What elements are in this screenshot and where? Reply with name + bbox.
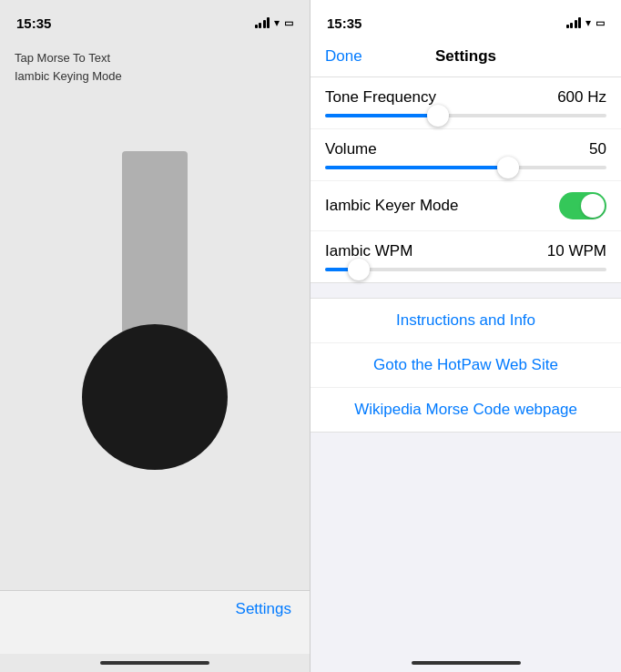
iambic-keyer-label: Iambic Keyer Mode [325, 197, 458, 215]
right-phone: 15:35 ▾ ▭ Done Settings Tone Frequency 6… [310, 0, 621, 672]
battery-icon-left: ▭ [284, 17, 293, 29]
key-knob[interactable] [82, 324, 228, 470]
volume-header: Volume 50 [325, 140, 606, 158]
home-indicator-right [310, 654, 621, 672]
iambic-keyer-toggle[interactable] [559, 192, 606, 219]
status-bar-left: 15:35 ▾ ▭ [0, 0, 310, 40]
time-right: 15:35 [327, 15, 361, 31]
iambic-wpm-label: Iambic WPM [325, 242, 412, 260]
status-icons-right: ▾ ▭ [566, 16, 606, 29]
bottom-bar-left: Settings [0, 590, 310, 654]
iambic-wpm-slider[interactable] [325, 268, 606, 271]
home-indicator-left [0, 654, 310, 672]
volume-row: Volume 50 [310, 129, 621, 181]
volume-value: 50 [589, 140, 606, 158]
tone-frequency-slider[interactable] [325, 114, 606, 117]
settings-title: Settings [435, 47, 496, 66]
instructions-link[interactable]: Instructions and Info [396, 311, 535, 330]
iambic-keyer-mode-row: Iambic Keyer Mode [310, 181, 621, 231]
settings-section-sliders: Tone Frequency 600 Hz Volume 50 [310, 77, 621, 283]
volume-slider[interactable] [325, 166, 606, 169]
status-bar-right: 15:35 ▾ ▭ [310, 0, 621, 40]
toggle-thumb [581, 194, 605, 218]
signal-icon-left [255, 17, 270, 28]
wifi-icon-right: ▾ [585, 16, 591, 29]
left-phone: 15:35 ▾ ▭ Tap Morse To Text Iambic Keyin… [0, 0, 310, 672]
status-icons-left: ▾ ▭ [255, 16, 294, 29]
nav-bar: Done Settings [310, 40, 621, 77]
done-button[interactable]: Done [325, 47, 362, 66]
volume-label: Volume [325, 140, 377, 158]
app-subtitle: Tap Morse To Text Iambic Keying Mode [15, 49, 295, 85]
iambic-wpm-row: Iambic WPM 10 WPM [310, 231, 621, 282]
volume-fill [325, 166, 508, 169]
app-line1: Tap Morse To Text [15, 49, 295, 67]
iambic-keyer-header: Iambic Keyer Mode [325, 192, 606, 219]
signal-icon-right [566, 17, 582, 28]
volume-thumb[interactable] [497, 157, 519, 178]
morse-key-container[interactable] [15, 94, 295, 581]
key-handle[interactable] [122, 151, 188, 333]
left-content: Tap Morse To Text Iambic Keying Mode [0, 40, 310, 590]
time-left: 15:35 [16, 15, 51, 31]
tone-frequency-header: Tone Frequency 600 Hz [325, 88, 606, 107]
tone-frequency-row: Tone Frequency 600 Hz [310, 77, 621, 129]
tone-frequency-label: Tone Frequency [325, 88, 436, 107]
tone-frequency-value: 600 Hz [557, 88, 606, 107]
hotpaw-row[interactable]: Goto the HotPaw Web Site [310, 343, 621, 388]
iambic-wpm-value: 10 WPM [547, 242, 606, 260]
settings-content: Tone Frequency 600 Hz Volume 50 [310, 77, 621, 654]
iambic-wpm-thumb[interactable] [348, 259, 370, 280]
battery-icon-right: ▭ [596, 17, 605, 29]
links-section: Instructions and Info Goto the HotPaw We… [310, 298, 621, 433]
tone-frequency-fill [325, 114, 438, 117]
settings-link[interactable]: Settings [236, 600, 291, 618]
tone-frequency-thumb[interactable] [427, 105, 449, 127]
app-line2: Iambic Keying Mode [15, 67, 295, 86]
wifi-icon-left: ▾ [274, 16, 280, 29]
hotpaw-link[interactable]: Goto the HotPaw Web Site [373, 356, 558, 374]
instructions-row[interactable]: Instructions and Info [310, 299, 621, 343]
iambic-wpm-header: Iambic WPM 10 WPM [325, 242, 606, 260]
wikipedia-row[interactable]: Wikipedia Morse Code webpage [310, 388, 621, 432]
home-bar-right [412, 661, 521, 665]
home-bar-left [100, 661, 209, 665]
wikipedia-link[interactable]: Wikipedia Morse Code webpage [354, 401, 577, 419]
